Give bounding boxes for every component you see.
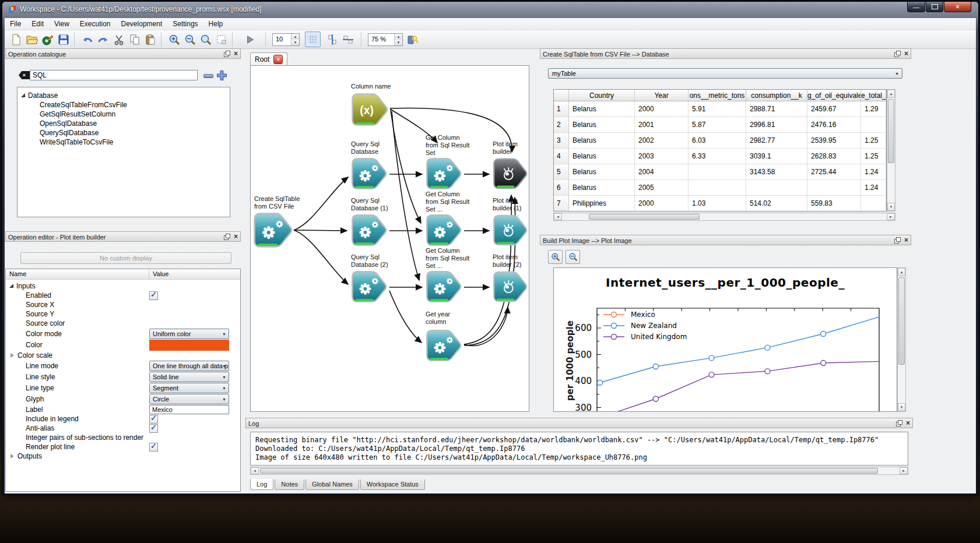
column-header-e_total_birth[interactable]: e_total_birth: [861, 90, 886, 101]
log-header[interactable]: Log ×: [245, 418, 913, 428]
edit-workflow-button[interactable]: [40, 31, 55, 47]
cut-button[interactable]: [111, 31, 127, 47]
row-number-cell[interactable]: 6: [554, 180, 569, 196]
execute-button[interactable]: [242, 31, 258, 47]
property-name[interactable]: Label: [6, 406, 149, 414]
dropdown-line-style[interactable]: Solid line▼: [149, 372, 229, 382]
table-cell[interactable]: 1.25: [861, 149, 886, 164]
table-cell[interactable]: Philippines: [569, 196, 635, 211]
color-swatch[interactable]: [149, 340, 229, 351]
dropdown-line-type[interactable]: Segment▼: [149, 383, 229, 393]
property-name[interactable]: Include in legend: [6, 415, 149, 423]
scrollbar-thumb[interactable]: [589, 214, 700, 220]
save-button[interactable]: [55, 31, 71, 47]
node-plot-item-builder-2[interactable]: [493, 270, 528, 306]
node-plot-item-builder-1[interactable]: [493, 213, 528, 249]
table-cell[interactable]: [689, 164, 746, 180]
close-panel-icon[interactable]: ×: [904, 237, 908, 243]
property-name[interactable]: Glyph: [6, 395, 149, 403]
property-name[interactable]: Enabled: [6, 291, 149, 299]
node-query-sql-database-2[interactable]: [351, 270, 387, 306]
scroll-left-icon[interactable]: ◄: [554, 213, 562, 220]
scrollbar-thumb[interactable]: [898, 277, 905, 365]
row-number-cell[interactable]: 5: [554, 164, 569, 180]
operation-catalogue-header[interactable]: Operation catalogue ×: [5, 48, 241, 59]
table-cell[interactable]: 2996.81: [746, 117, 807, 133]
column-header-consumption__k[interactable]: consumption__k: [746, 90, 807, 101]
tree-item-getsqlresultsetcolumn[interactable]: GetSqlResultSetColumn: [17, 110, 230, 119]
redo-button[interactable]: [95, 31, 111, 47]
plot-image-header[interactable]: Build Plot Image --> Plot Image ×: [540, 235, 911, 245]
table-cell[interactable]: 2002: [635, 133, 689, 149]
table-cell[interactable]: [689, 180, 746, 196]
menu-edit[interactable]: Edit: [26, 18, 49, 30]
table-cell[interactable]: 1.03: [689, 196, 746, 211]
spin-arrows[interactable]: ▲▼: [291, 34, 299, 45]
node-query-sql-database-1[interactable]: [351, 213, 387, 249]
dropdown-color-mode[interactable]: Uniform color▼: [149, 329, 229, 339]
close-panel-icon[interactable]: ×: [906, 420, 910, 426]
table-cell[interactable]: 3143.58: [746, 164, 807, 180]
close-panel-icon[interactable]: ×: [234, 51, 238, 57]
column-header-Year[interactable]: Year: [635, 90, 689, 101]
node-query-sql-database[interactable]: [351, 157, 387, 193]
property-name[interactable]: Source X: [6, 301, 149, 309]
table-cell[interactable]: 559.83: [807, 196, 861, 211]
plot-vertical-scrollbar[interactable]: ▲ ▼: [897, 267, 906, 412]
scroll-right-icon[interactable]: ►: [887, 213, 895, 220]
tree-item-createsqltablefromcsvfile[interactable]: CreateSqlTableFromCsvFile: [17, 100, 230, 110]
sql-table-header[interactable]: Create SqlTable from CSV File --> Databa…: [540, 48, 911, 59]
add-filter-button[interactable]: [216, 70, 227, 81]
bottom-tab-workspace-status[interactable]: Workspace Status: [360, 479, 425, 490]
table-cell[interactable]: 3039.1: [746, 149, 807, 164]
table-cell[interactable]: 2003: [635, 149, 689, 164]
tree-node-database[interactable]: Database: [17, 91, 230, 100]
paste-button[interactable]: [142, 31, 158, 47]
log-horizontal-scrollbar[interactable]: ◄ ►: [250, 467, 908, 475]
credentials-button[interactable]: [405, 31, 420, 47]
value-column-header[interactable]: Value: [149, 269, 240, 279]
property-name[interactable]: Color: [6, 341, 149, 349]
bottom-tab-log[interactable]: Log: [250, 479, 273, 490]
minimize-button[interactable]: —: [907, 2, 925, 12]
float-panel-icon[interactable]: [224, 234, 230, 240]
table-cell[interactable]: Belarus: [569, 101, 635, 117]
operation-editor-header[interactable]: Operation editor - Plot item builder ×: [5, 231, 241, 242]
table-cell[interactable]: [746, 180, 807, 196]
tree-item-opensqldatabase[interactable]: OpenSqlDatabase: [17, 119, 230, 128]
scroll-left-icon[interactable]: ◄: [251, 467, 259, 474]
expander-open-icon[interactable]: [21, 93, 25, 97]
node-get-year-column[interactable]: [426, 328, 462, 365]
zoom-in-button[interactable]: [166, 31, 182, 47]
table-cell[interactable]: 514.02: [746, 196, 807, 211]
menu-development[interactable]: Development: [116, 18, 168, 30]
float-panel-icon[interactable]: [894, 237, 901, 244]
expander-closed-icon[interactable]: [10, 353, 14, 358]
property-name[interactable]: Line mode: [6, 362, 149, 370]
table-cell[interactable]: 2000: [635, 196, 689, 211]
close-tab-icon[interactable]: ×: [273, 55, 283, 64]
table-cell[interactable]: 1.25: [861, 133, 886, 149]
property-name[interactable]: Render plot line: [6, 443, 149, 451]
property-name[interactable]: Integer pairs of sub-sections to render: [6, 433, 149, 442]
grid-toggle-button[interactable]: [305, 31, 321, 47]
tree-item-querysqldatabase[interactable]: QuerySqlDatabase: [17, 128, 230, 137]
bottom-tab-notes[interactable]: Notes: [275, 479, 304, 490]
table-cell[interactable]: Belarus: [569, 117, 635, 133]
checkbox[interactable]: ✓: [149, 291, 158, 300]
clear-search-icon[interactable]: ×: [19, 71, 30, 79]
float-panel-icon[interactable]: [894, 51, 901, 57]
table-cell[interactable]: Belarus: [569, 164, 635, 180]
node-plot-item-builder[interactable]: [493, 157, 528, 193]
property-name[interactable]: Outputs: [6, 452, 149, 460]
table-cell[interactable]: 1.24: [861, 164, 886, 180]
table-name-combobox[interactable]: myTable▼: [548, 68, 902, 79]
zoom-out-button[interactable]: [182, 31, 198, 47]
spin-down-icon[interactable]: ▼: [395, 40, 402, 45]
float-panel-icon[interactable]: [224, 51, 230, 57]
table-cell[interactable]: Belarus: [569, 133, 635, 149]
table-cell[interactable]: 2982.77: [746, 133, 807, 149]
plot-zoom-out-button[interactable]: [565, 250, 580, 264]
spin-up-icon[interactable]: ▲: [395, 34, 402, 40]
property-name[interactable]: Inputs: [6, 282, 149, 290]
